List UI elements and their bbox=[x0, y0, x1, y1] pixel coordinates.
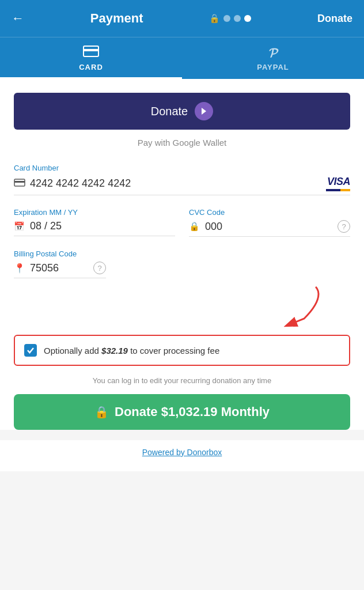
processing-fee-amount: $32.19 bbox=[101, 346, 128, 355]
google-wallet-label[interactable]: Pay with Google Wallet bbox=[14, 138, 350, 148]
postal-row: Billing Postal Code 📍 75056 ? bbox=[14, 249, 350, 278]
card-number-group: Card Number 4242 4242 4242 4242 VISA bbox=[14, 164, 350, 195]
expiration-cvc-row: Expiration MM / YY 📅 08 / 25 CVC Code 🔒 … bbox=[14, 208, 350, 237]
paypal-tab-label: PAYPAL bbox=[257, 63, 289, 71]
visa-text: VISA bbox=[327, 176, 350, 188]
red-arrow-annotation bbox=[252, 284, 333, 330]
processing-fee-box: Optionally add $32.19 to cover processin… bbox=[14, 335, 350, 366]
back-arrow-icon: ← bbox=[12, 11, 24, 26]
paypal-tab-icon: 𝓟 bbox=[269, 46, 277, 60]
step-dot-1 bbox=[223, 15, 230, 22]
donate-stripe-button[interactable]: Donate bbox=[14, 93, 350, 130]
progress-steps: 🔒 bbox=[209, 13, 251, 24]
donate-lock-icon: 🔒 bbox=[94, 405, 109, 419]
postal-input-row: 📍 75056 ? bbox=[14, 262, 106, 278]
lock-step-icon: 🔒 bbox=[209, 13, 220, 24]
donate-monthly-button[interactable]: 🔒 Donate $1,032.19 Monthly bbox=[14, 394, 350, 430]
card-tab-icon bbox=[83, 46, 99, 60]
cvc-group: CVC Code 🔒 000 ? bbox=[189, 208, 350, 237]
cvc-lock-icon: 🔒 bbox=[189, 221, 200, 232]
expiration-value[interactable]: 08 / 25 bbox=[30, 220, 175, 232]
back-button[interactable]: ← bbox=[12, 11, 24, 26]
info-text: You can log in to edit your recurring do… bbox=[14, 376, 350, 385]
card-number-label: Card Number bbox=[14, 164, 350, 172]
donate-monthly-label: Donate $1,032.19 Monthly bbox=[115, 404, 270, 419]
postal-value[interactable]: 75056 bbox=[30, 262, 89, 274]
powered-by-link[interactable]: Powered by Donorbox bbox=[142, 448, 222, 457]
page-title: Payment bbox=[90, 11, 143, 26]
svg-marker-3 bbox=[202, 108, 206, 115]
processing-fee-text: Optionally add $32.19 to cover processin… bbox=[44, 346, 219, 355]
payment-tabs: CARD 𝓟 PAYPAL bbox=[0, 37, 364, 79]
postal-group: Billing Postal Code 📍 75056 ? bbox=[14, 249, 106, 278]
processing-fee-prefix: Optionally add bbox=[44, 346, 101, 355]
visa-badge: VISA bbox=[326, 176, 350, 191]
card-number-row: 4242 4242 4242 4242 VISA bbox=[14, 176, 350, 195]
header-donate-button[interactable]: Donate bbox=[317, 13, 352, 25]
card-input-icon bbox=[14, 179, 25, 189]
processing-fee-checkbox[interactable] bbox=[24, 344, 37, 357]
expiration-row: 📅 08 / 25 bbox=[14, 220, 175, 236]
svg-rect-2 bbox=[85, 53, 89, 54]
postal-label: Billing Postal Code bbox=[14, 249, 106, 258]
tab-paypal[interactable]: 𝓟 PAYPAL bbox=[182, 37, 364, 79]
card-tab-label: CARD bbox=[79, 63, 103, 71]
donate-stripe-arrow-icon bbox=[195, 102, 213, 120]
cvc-row: 🔒 000 ? bbox=[189, 220, 350, 237]
cvc-label: CVC Code bbox=[189, 208, 350, 217]
step-dot-3 bbox=[244, 15, 251, 22]
expiration-label: Expiration MM / YY bbox=[14, 208, 175, 217]
cvc-value[interactable]: 000 bbox=[205, 221, 333, 233]
processing-fee-section: Optionally add $32.19 to cover processin… bbox=[14, 284, 350, 366]
processing-fee-suffix: to cover processing fee bbox=[128, 346, 219, 355]
donate-stripe-label: Donate bbox=[151, 105, 188, 118]
postal-help-icon[interactable]: ? bbox=[93, 262, 106, 274]
card-number-value[interactable]: 4242 4242 4242 4242 bbox=[30, 177, 321, 190]
calendar-icon: 📅 bbox=[14, 221, 25, 232]
step-dot-2 bbox=[234, 15, 241, 22]
location-icon: 📍 bbox=[14, 263, 25, 274]
svg-rect-1 bbox=[84, 49, 98, 51]
expiration-group: Expiration MM / YY 📅 08 / 25 bbox=[14, 208, 175, 237]
powered-by-section: Powered by Donorbox bbox=[0, 440, 364, 471]
cvc-help-icon[interactable]: ? bbox=[338, 220, 350, 233]
header: ← Payment 🔒 Donate bbox=[0, 0, 364, 37]
tab-card[interactable]: CARD bbox=[0, 37, 182, 79]
svg-rect-5 bbox=[14, 181, 25, 183]
main-content: Donate Pay with Google Wallet Card Numbe… bbox=[0, 79, 364, 430]
visa-stripe bbox=[326, 189, 350, 191]
